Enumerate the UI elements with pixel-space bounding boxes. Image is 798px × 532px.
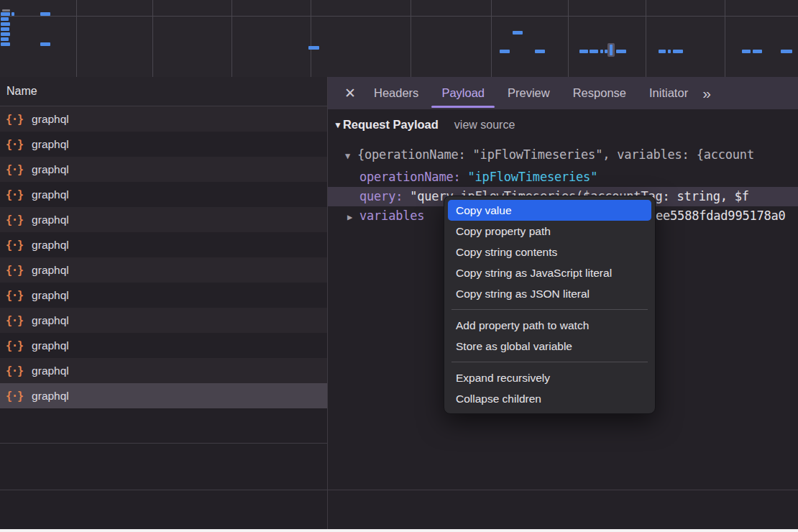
json-resource-icon: {·}	[6, 214, 23, 226]
payload-root-preview: {operationName: "ipFlowTimeseries", vari…	[357, 147, 754, 162]
request-row[interactable]: {·}graphql	[0, 257, 327, 283]
request-name: graphql	[32, 289, 69, 302]
window-edge	[0, 529, 798, 532]
request-name: graphql	[32, 188, 69, 201]
tab-headers[interactable]: Headers	[362, 77, 430, 109]
json-resource-icon: {·}	[6, 239, 23, 252]
section-collapse-icon[interactable]: ▼	[334, 120, 342, 130]
property-key: query:	[359, 189, 403, 203]
request-name: graphql	[32, 364, 69, 377]
request-row[interactable]: {·}graphql	[0, 182, 327, 207]
request-name: graphql	[32, 113, 69, 126]
timeline-request-bar	[1, 27, 9, 31]
overview-divider-line	[0, 16, 798, 17]
json-resource-icon: {·}	[6, 188, 23, 201]
network-overview-timeline[interactable]	[0, 0, 798, 77]
bottom-summary-strip	[0, 490, 798, 529]
timeline-request-bar	[1, 32, 10, 36]
expanded-caret-icon[interactable]: ▼	[345, 147, 357, 165]
timeline-request-bar	[1, 12, 10, 16]
menu-separator	[451, 362, 648, 362]
timeline-request-bar	[1, 17, 9, 21]
request-row[interactable]: {·}graphql	[0, 333, 327, 358]
request-name: graphql	[32, 163, 69, 176]
timeline-request-bar	[40, 12, 50, 16]
request-name: graphql	[32, 264, 69, 277]
collapsed-caret-icon[interactable]: ▶	[347, 208, 359, 226]
tab-label: Initiator	[649, 86, 688, 99]
request-row[interactable]: {·}graphql	[0, 207, 327, 232]
devtools-network-panel: Name {·}graphql{·}graphql{·}graphql{·}gr…	[0, 0, 798, 532]
request-name: graphql	[32, 314, 69, 327]
json-resource-icon: {·}	[6, 163, 23, 176]
request-row[interactable]: {·}graphql	[0, 308, 327, 333]
request-name: graphql	[32, 138, 69, 151]
timeline-request-bar	[659, 50, 666, 53]
timeline-request-bar	[500, 50, 510, 53]
payload-root-row[interactable]: ▼{operationName: "ipFlowTimeseries", var…	[328, 145, 798, 165]
json-resource-icon: {·}	[6, 264, 23, 277]
timeline-request-bar	[781, 50, 792, 53]
timeline-gridline	[231, 0, 232, 77]
timeline-request-bar	[2, 9, 10, 12]
view-source-toggle[interactable]: view source	[454, 119, 515, 131]
pane-divider[interactable]	[327, 490, 328, 529]
timeline-request-bar	[579, 50, 588, 53]
active-tab-underline	[431, 106, 495, 108]
timeline-request-bar	[513, 31, 523, 35]
overview-selection-marker[interactable]	[607, 43, 615, 57]
timeline-request-bar	[673, 50, 683, 53]
name-column-header[interactable]: Name	[0, 77, 327, 106]
timeline-gridline	[568, 0, 569, 77]
tab-initiator[interactable]: Initiator	[638, 77, 700, 109]
request-row[interactable]: {·}graphql	[0, 132, 327, 157]
request-name: graphql	[32, 390, 69, 403]
timeline-gridline	[76, 0, 77, 77]
timeline-request-bar	[600, 50, 603, 53]
request-row[interactable]: {·}graphql	[0, 383, 327, 408]
tab-preview[interactable]: Preview	[496, 77, 561, 109]
request-row[interactable]: {·}graphql	[0, 157, 327, 182]
request-payload-section-header[interactable]: ▼Request Payloadview source	[334, 118, 515, 132]
menu-item-store-as-global-variable[interactable]: Store as global variable	[444, 336, 655, 357]
json-resource-icon: {·}	[6, 138, 23, 151]
menu-item-copy-string-as-javascript-literal[interactable]: Copy string as JavaScript literal	[444, 262, 655, 283]
menu-item-copy-string-as-json-literal[interactable]: Copy string as JSON literal	[444, 283, 655, 304]
timeline-gridline	[152, 0, 153, 77]
json-resource-icon: {·}	[6, 289, 23, 302]
menu-separator	[451, 309, 648, 310]
payload-operation-name-row[interactable]: operationName: "ipFlowTimeseries"	[328, 168, 798, 187]
timeline-request-bar	[1, 37, 9, 41]
request-name: graphql	[32, 214, 69, 226]
timeline-request-bar	[668, 50, 671, 53]
json-resource-icon: {·}	[6, 364, 23, 377]
request-name: graphql	[32, 339, 69, 352]
menu-item-copy-property-path[interactable]: Copy property path	[444, 221, 655, 242]
menu-item-expand-recursively[interactable]: Expand recursively	[444, 367, 655, 388]
json-resource-icon: {·}	[6, 314, 23, 327]
timeline-gridline	[646, 0, 646, 77]
timeline-gridline	[411, 0, 411, 77]
menu-item-copy-value[interactable]: Copy value	[448, 200, 651, 221]
timeline-request-bar	[40, 42, 50, 46]
menu-item-collapse-children[interactable]: Collapse children	[444, 388, 655, 409]
tab-response[interactable]: Response	[561, 77, 638, 109]
context-menu: Copy valueCopy property pathCopy string …	[444, 196, 656, 414]
timeline-request-bar	[12, 12, 14, 16]
property-key: variables	[359, 208, 424, 223]
request-row[interactable]: {·}graphql	[0, 283, 327, 308]
section-title: Request Payload	[343, 118, 439, 131]
more-tabs-icon[interactable]: »	[702, 85, 710, 102]
request-row[interactable]: {·}graphql	[0, 358, 327, 383]
timeline-request-bar	[590, 50, 598, 53]
menu-item-add-property-path-to-watch[interactable]: Add property path to watch	[444, 315, 655, 336]
menu-item-copy-string-contents[interactable]: Copy string contents	[444, 242, 655, 262]
request-row[interactable]: {·}graphql	[0, 106, 327, 132]
tab-payload[interactable]: Payload	[430, 77, 496, 109]
close-icon[interactable]: ✕	[338, 85, 362, 101]
timeline-request-bar	[1, 22, 10, 26]
request-row[interactable]: {·}graphql	[0, 232, 327, 257]
json-resource-icon: {·}	[6, 390, 23, 403]
request-name: graphql	[32, 239, 69, 252]
timeline-request-bar	[1, 42, 10, 46]
